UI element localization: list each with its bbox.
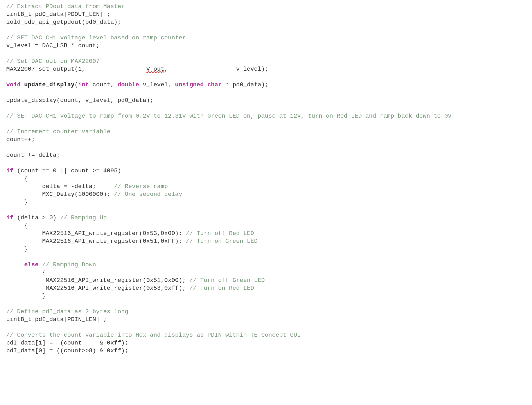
- comment: // Ramping Down: [42, 261, 96, 268]
- code-line: MAX22516_API_write_register(0x53,0x00);: [6, 230, 186, 237]
- code-line: (delta > 0): [14, 214, 60, 221]
- code-line: count,: [89, 81, 117, 88]
- comment: // Reverse ramp: [114, 183, 168, 190]
- comment: // Turn off Green LED: [190, 277, 265, 284]
- comment: // Turn on Red LED: [190, 285, 254, 292]
- comment: // Extract PDout data from Master: [6, 3, 125, 10]
- space: [204, 81, 208, 88]
- comment: // SET DAC CH1 voltage level based on ra…: [6, 34, 186, 41]
- code-line: delta = -delta;: [6, 183, 114, 190]
- function-name: update_display: [24, 81, 75, 88]
- comment: // One second delay: [114, 191, 182, 198]
- code-line: {: [6, 175, 28, 182]
- comment: // Set DAC out on MAX22007: [6, 58, 100, 65]
- code-line: uint8_t pd0_data[PDOUT_LEN] ;: [6, 11, 110, 18]
- code-line: v_level,: [139, 81, 175, 88]
- code-line: v_level = DAC_LSB * count;: [6, 42, 100, 49]
- comment: // Turn off Red LED: [186, 230, 254, 237]
- keyword: double: [118, 81, 139, 88]
- code-line: (count == 0 || count >= 4095): [14, 167, 121, 174]
- comment: // Increment counter variable: [6, 128, 110, 135]
- code-line: * pd0_data);: [222, 81, 269, 88]
- code-line: {: [6, 222, 28, 229]
- code-line: pdI_data[1] = (count & 0xff);: [6, 340, 128, 346]
- code-line: , v_level);: [164, 66, 268, 72]
- code-line: MAX22516_API_write_register(0x51,0xFF);: [6, 238, 186, 245]
- code-line: iold_pde_api_getpdout(pd0_data);: [6, 19, 121, 26]
- comment: // Converts the count variable into Hex …: [6, 332, 301, 338]
- code-line: [6, 261, 24, 268]
- code-line: MAX22516_API_write_register(0x53,0xff);: [6, 285, 190, 292]
- code-line: update_display(count, v_level, pd0_data)…: [6, 97, 153, 104]
- code-line: count++;: [6, 136, 35, 143]
- keyword: else: [24, 261, 39, 268]
- keyword: unsigned: [175, 81, 204, 88]
- code-line: MAX22007_set_output(1,: [6, 66, 146, 72]
- code-line: MAX22516_API_write_register(0x51,0x00);: [6, 277, 190, 284]
- keyword: int: [78, 81, 89, 88]
- code-line: {: [6, 269, 46, 276]
- comment: // SET DAC CH1 voltage to ramp from 0.2V…: [6, 113, 452, 119]
- space: [21, 81, 24, 88]
- comment: // Turn on Green LED: [186, 238, 258, 245]
- code-line: }: [6, 246, 28, 252]
- keyword: if: [6, 167, 14, 174]
- code-line: uint8_t pdI_data[PDIN_LEN] ;: [6, 316, 107, 323]
- wavy-underline-text: V_out: [146, 66, 164, 72]
- keyword: void: [6, 81, 21, 88]
- code-line: count += delta;: [6, 152, 60, 159]
- code-line: (: [74, 81, 78, 88]
- code-line: [39, 261, 42, 268]
- code-block: // Extract PDout data from Master uint8_…: [0, 0, 532, 355]
- code-line: }: [6, 293, 46, 299]
- keyword: if: [6, 214, 14, 221]
- code-line: MXC_Delay(1000000);: [6, 191, 114, 198]
- keyword: char: [208, 81, 222, 88]
- comment: // Define pdI_data as 2 bytes long: [6, 308, 128, 315]
- comment: // Ramping Up: [60, 214, 107, 221]
- code-line: pdI_data[0] = ((count>>8) & 0xff);: [6, 347, 128, 354]
- code-line: }: [6, 199, 28, 205]
